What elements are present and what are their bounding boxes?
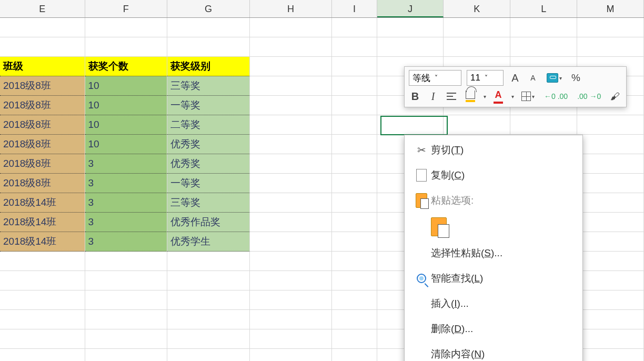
cell[interactable] [250,154,333,174]
cell-count[interactable]: 3 [85,232,168,252]
col-header-L[interactable]: L [510,0,577,17]
cell[interactable] [250,310,333,329]
cell-class[interactable]: 2018级8班 [0,174,85,193]
cell[interactable] [332,57,377,76]
cell-class[interactable]: 2018级8班 [0,76,85,96]
percent-button[interactable]: % [569,71,582,85]
cell[interactable] [577,115,644,135]
decrease-decimal-button[interactable]: .00 →0 [575,89,603,104]
cell[interactable] [577,310,644,329]
cell[interactable] [167,37,250,57]
menu-paste-special[interactable]: 选择性粘贴(S)... [405,240,582,266]
cell[interactable] [0,252,85,271]
cell[interactable] [332,76,377,96]
cell-count[interactable]: 3 [85,193,168,213]
cell[interactable] [250,349,333,361]
cell-class[interactable]: 2018级8班 [0,135,85,154]
cell[interactable] [332,310,377,329]
cell[interactable] [250,193,333,213]
cell[interactable] [377,37,444,57]
col-header-I[interactable]: I [332,0,377,17]
cell[interactable] [332,329,377,349]
cell[interactable] [250,76,333,96]
cell[interactable] [0,290,85,310]
cell-count[interactable]: 10 [85,96,168,115]
cell[interactable] [444,115,510,135]
cell[interactable] [250,213,333,232]
decrease-font-button[interactable] [527,71,539,85]
cell-count[interactable]: 3 [85,154,168,174]
cell-level[interactable]: 优秀奖 [167,135,250,154]
chevron-down-icon[interactable]: ▾ [511,94,514,99]
table-header-count[interactable]: 获奖个数 [85,57,168,76]
cell-count[interactable]: 10 [85,115,168,135]
col-header-K[interactable]: K [444,0,510,17]
cell[interactable] [0,37,85,57]
cell-count[interactable]: 3 [85,213,168,232]
cell[interactable] [577,232,644,252]
cell[interactable] [167,329,250,349]
cell[interactable] [85,290,168,310]
cell[interactable] [167,252,250,271]
col-header-F[interactable]: F [85,0,168,17]
cell[interactable] [444,37,510,57]
cell[interactable] [85,252,168,271]
cell-class[interactable]: 2018级8班 [0,115,85,135]
cell[interactable] [0,329,85,349]
font-color-button[interactable]: A [491,89,505,104]
cell[interactable] [332,213,377,232]
cell[interactable] [577,193,644,213]
col-header-G[interactable]: G [167,0,250,17]
cell-level[interactable]: 优秀学生 [167,232,250,252]
cell[interactable] [332,154,377,174]
cell[interactable] [332,349,377,361]
cell[interactable] [332,271,377,290]
cell[interactable] [85,329,168,349]
cell[interactable] [167,349,250,361]
cell[interactable] [85,37,168,57]
cell[interactable] [332,174,377,193]
cell[interactable] [577,290,644,310]
table-header-level[interactable]: 获奖级别 [167,57,250,76]
menu-paste-option-default[interactable] [405,213,582,240]
cell-count[interactable]: 10 [85,135,168,154]
cell[interactable] [250,329,333,349]
cell[interactable] [577,271,644,290]
cell[interactable] [577,135,644,154]
cell[interactable] [577,174,644,193]
cell[interactable] [332,193,377,213]
cell[interactable] [332,115,377,135]
cell[interactable] [250,18,333,37]
menu-insert[interactable]: 插入(I)... [405,291,582,316]
cell[interactable] [332,96,377,115]
menu-delete[interactable]: 删除(D)... [405,316,582,342]
col-header-J[interactable]: J [377,0,444,17]
cell[interactable] [0,310,85,329]
cell[interactable] [167,310,250,329]
cell[interactable] [250,271,333,290]
cell[interactable] [250,135,333,154]
cell[interactable] [510,18,577,37]
cell-level[interactable]: 优秀奖 [167,154,250,174]
cell[interactable] [250,252,333,271]
cell[interactable] [577,213,644,232]
cell[interactable] [167,271,250,290]
cell[interactable] [332,18,377,37]
cell[interactable] [510,115,577,135]
menu-smart-lookup[interactable]: 智能查找(L) [405,266,582,291]
cell[interactable] [377,115,444,135]
cell[interactable] [0,18,85,37]
format-painter-button[interactable]: 🖌 [608,89,622,104]
cell[interactable] [85,310,168,329]
cell[interactable] [85,271,168,290]
cell-level[interactable]: 三等奖 [167,76,250,96]
align-button[interactable] [445,89,458,104]
fill-color-button[interactable] [464,89,477,104]
cell[interactable] [332,252,377,271]
bold-button[interactable]: B [409,89,421,104]
font-name-select[interactable]: 等线 ˅ [409,70,461,86]
cell[interactable] [577,154,644,174]
cell[interactable] [577,37,644,57]
cell[interactable] [577,329,644,349]
cell-class[interactable]: 2018级14班 [0,213,85,232]
